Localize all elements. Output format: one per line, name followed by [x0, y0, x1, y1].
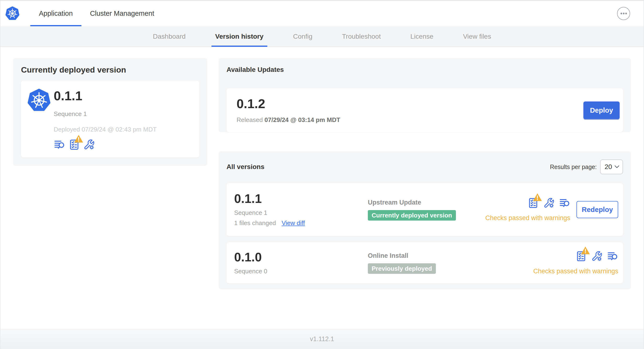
- all-versions-panel: All versions Results per page: 20 0.1.1 …: [219, 151, 631, 289]
- subtab-license[interactable]: License: [406, 26, 437, 46]
- redeploy-button[interactable]: Redeploy: [576, 201, 618, 218]
- edit-config-icon[interactable]: [591, 251, 602, 262]
- view-diff-link[interactable]: View diff: [282, 220, 305, 227]
- deploy-button[interactable]: Deploy: [583, 102, 620, 119]
- preflight-checks-icon[interactable]: [576, 251, 587, 262]
- subtab-config[interactable]: Config: [289, 26, 316, 46]
- released-prefix: Released: [236, 116, 263, 124]
- warning-triangle-icon: [532, 193, 542, 202]
- app-logo-icon: [28, 89, 50, 112]
- row-sequence: Sequence 1: [234, 209, 368, 216]
- kubernetes-logo-icon: [6, 6, 19, 20]
- console-version: v1.112.1: [310, 336, 334, 343]
- subtab-troubleshoot[interactable]: Troubleshoot: [338, 26, 384, 46]
- row-actions: [528, 198, 570, 209]
- deployed-version-card: 0.1.1 Sequence 1 Deployed 07/29/24 @ 02:…: [21, 81, 199, 158]
- results-per-page-label: Results per page:: [550, 164, 597, 170]
- update-version-number: 0.1.2: [236, 97, 340, 110]
- preflight-checks-icon[interactable]: [528, 198, 539, 209]
- version-source: Online Install: [368, 252, 533, 260]
- currently-deployed-panel: Currently deployed version 0.1.1 Sequenc…: [13, 58, 207, 166]
- results-per-page-select[interactable]: 20: [600, 160, 623, 174]
- chevron-down-icon: [614, 165, 620, 168]
- row-version-number: 0.1.1: [234, 192, 368, 205]
- files-changed: 1 files changed: [234, 220, 276, 227]
- row-version-number: 0.1.0: [234, 251, 368, 263]
- update-card: 0.1.2 Released 07/29/24 @ 03:14 pm MDT D…: [226, 88, 623, 132]
- sub-nav: Dashboard Version history Config Trouble…: [0, 26, 644, 47]
- deploy-logs-icon[interactable]: [54, 139, 65, 150]
- update-released-timestamp: Released 07/29/24 @ 03:14 pm MDT: [236, 116, 340, 124]
- checks-status: Checks passed with warnings: [485, 214, 570, 222]
- app-tabs: Application Cluster Management: [30, 0, 163, 26]
- edit-config-icon[interactable]: [543, 198, 554, 209]
- top-nav: Application Cluster Management: [0, 0, 644, 26]
- results-per-page-value: 20: [604, 163, 612, 171]
- ellipsis-icon: [620, 12, 628, 15]
- deploy-logs-icon[interactable]: [559, 198, 570, 209]
- more-options-button[interactable]: [617, 7, 630, 20]
- deployed-sequence: Sequence 1: [54, 110, 156, 118]
- edit-config-icon[interactable]: [83, 139, 95, 150]
- tab-cluster-management[interactable]: Cluster Management: [82, 0, 163, 26]
- subtab-dashboard[interactable]: Dashboard: [149, 26, 190, 46]
- version-row: 0.1.0 Sequence 0 Online Install Previous…: [226, 242, 623, 283]
- version-row: 0.1.1 Sequence 1 1 files changed View di…: [226, 183, 623, 236]
- tab-application[interactable]: Application: [30, 0, 82, 26]
- deployed-timestamp: Deployed 07/29/24 @ 02:43 pm MDT: [54, 126, 156, 133]
- available-updates-title: Available Updates: [226, 66, 623, 74]
- currently-deployed-title: Currently deployed version: [21, 65, 199, 74]
- available-updates-panel: Available Updates 0.1.2 Released 07/29/2…: [219, 58, 631, 132]
- checks-status: Checks passed with warnings: [533, 268, 618, 275]
- status-badge: Previously deployed: [368, 263, 436, 274]
- released-date: 07/29/24 @ 03:14 pm MDT: [264, 116, 340, 124]
- footer: v1.112.1: [0, 329, 644, 349]
- deployed-actions: [54, 139, 156, 150]
- row-actions: [576, 251, 618, 262]
- version-source: Upstream Update: [368, 199, 485, 206]
- warning-triangle-icon: [74, 134, 84, 143]
- results-per-page: Results per page: 20: [550, 160, 623, 174]
- subtab-version-history[interactable]: Version history: [212, 26, 267, 46]
- status-badge: Currently deployed version: [368, 210, 456, 220]
- row-sequence: Sequence 0: [234, 268, 368, 275]
- all-versions-title: All versions: [226, 163, 264, 171]
- deploy-logs-icon[interactable]: [607, 251, 618, 262]
- subtab-view-files[interactable]: View files: [459, 26, 495, 46]
- preflight-checks-icon[interactable]: [68, 139, 80, 150]
- main-content: Currently deployed version 0.1.1 Sequenc…: [0, 47, 644, 329]
- warning-triangle-icon: [580, 246, 590, 255]
- deployed-version-number: 0.1.1: [54, 89, 156, 102]
